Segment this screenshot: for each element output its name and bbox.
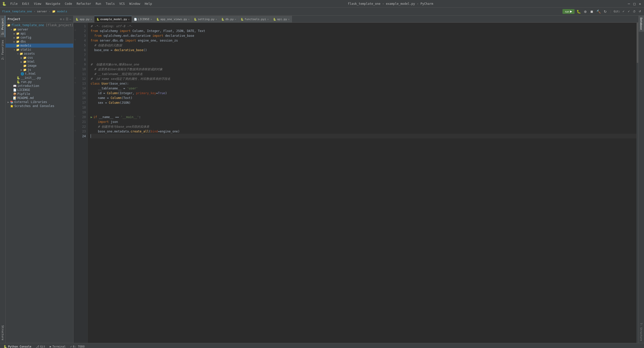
tree-scratches[interactable]: ⭐ Scratches and Consoles <box>6 104 73 108</box>
run-py-icon: 🐍 <box>17 80 20 84</box>
breadcrumb-project[interactable]: flask_template_one <box>2 10 32 13</box>
code-editor[interactable]: ◁ ◁ ◁ ◁ ◁ ▷ ◁ <box>73 23 638 343</box>
code-content[interactable]: # -*- coding: utf-8 -*- from sqlalchemy … <box>88 23 636 343</box>
sort-icon[interactable]: ↕ <box>63 17 65 21</box>
menu-file[interactable]: File <box>8 2 20 6</box>
tree-assets[interactable]: ▾ 📁 assets <box>6 52 73 56</box>
tree-js[interactable]: ▶ 📁 js <box>6 68 73 72</box>
gutter-20[interactable]: ▷ <box>73 114 77 118</box>
sidebar-item-favorites[interactable]: 2: Favorites <box>0 37 5 62</box>
gear-icon[interactable]: ☰ <box>66 17 68 21</box>
tree-external-libs[interactable]: ▶ 📚 External Libraries <box>6 100 73 104</box>
tree-root-label: flask_template_one [flask_project] 已配置 <box>11 23 73 27</box>
js-folder-icon: 📁 <box>23 68 27 72</box>
tree-t-html[interactable]: 🌐 t.html <box>6 72 73 76</box>
minimize-button[interactable]: ─ <box>627 2 631 6</box>
tree-root[interactable]: ▾ 📁 flask_template_one [flask_project] 已… <box>6 23 73 27</box>
menu-tools[interactable]: Tools <box>104 2 117 6</box>
tab-api[interactable]: 🐍 api.py ✕ <box>271 16 292 22</box>
tab-example-model-py[interactable]: 🐍 example_model.py ✕ <box>94 16 132 22</box>
git-history-button[interactable]: ⏱ <box>632 10 637 14</box>
tab-functools-close[interactable]: ✕ <box>267 18 269 21</box>
editor-scrollbar[interactable] <box>636 23 638 343</box>
bottom-tab-todo[interactable]: ✓ 6: TODO <box>68 344 87 348</box>
breadcrumb-models[interactable]: 📁 models <box>52 10 67 13</box>
tree-server[interactable]: ▾ 📁 server <box>6 27 73 31</box>
tree-t-html-label: t.html <box>25 72 36 76</box>
gutter-4[interactable]: ◁ <box>73 37 77 42</box>
tab-views-close[interactable]: ✕ <box>188 18 190 21</box>
sidebar-item-project[interactable]: 1: Project <box>0 16 5 37</box>
menu-view[interactable]: View <box>32 2 43 6</box>
menu-navigate[interactable]: Navigate <box>44 2 62 6</box>
tree-models[interactable]: 📁 models <box>6 44 73 48</box>
bottom-tab-terminal[interactable]: ▶ Terminal <box>48 344 68 348</box>
tab-setting[interactable]: 🐍 setting.py ✕ <box>192 16 219 22</box>
bottom-tab-python-console[interactable]: 🐍 Python Console <box>2 344 33 348</box>
tab-app-views[interactable]: 🐍 app_one_views.py ✕ <box>154 16 192 22</box>
tree-image[interactable]: 📁 image <box>6 64 73 68</box>
tab-license[interactable]: 📄 LICENSE ✕ <box>132 16 154 22</box>
tree-introduction[interactable]: 📖 introduction <box>6 84 73 88</box>
line16-args: (Text) <box>122 96 132 100</box>
tab-db[interactable]: 🐍 db.py ✕ <box>219 16 238 22</box>
breadcrumb-server[interactable]: server <box>37 10 47 13</box>
tab-setting-close[interactable]: ✕ <box>215 18 217 21</box>
git-update-button[interactable]: ✓ <box>621 9 626 14</box>
debug-button[interactable]: 🐛 <box>576 9 582 14</box>
tab-functools[interactable]: 🐍 functools.pyi ✕ <box>239 16 271 22</box>
tree-pipfile[interactable]: 📦 Pipfile <box>6 92 73 96</box>
gutter-23[interactable]: ◁ <box>73 128 77 133</box>
menu-vcs[interactable]: VCS <box>117 2 127 6</box>
tree-api[interactable]: ▶ 📁 api <box>6 31 73 36</box>
tree-html[interactable]: ▶ 📁 html <box>6 60 73 64</box>
git-push-button[interactable]: ✓ <box>627 9 631 14</box>
sidebar-item-7-structure[interactable]: 7: Structure <box>639 321 644 343</box>
tab-example-close[interactable]: ✕ <box>128 18 130 21</box>
menu-refactor[interactable]: Refactor <box>74 2 93 6</box>
tree-init-py[interactable]: 🐍 __init__.py <box>6 76 73 80</box>
line-num-7: 7 <box>77 52 87 57</box>
run-button[interactable]: run ▶ <box>562 9 575 14</box>
tree-css[interactable]: ▶ 📁 css <box>6 56 73 60</box>
bottom-tab-git[interactable]: ⎇ Git <box>34 344 47 348</box>
git-tab-label: Git <box>40 345 45 348</box>
sidebar-item-structure[interactable]: Structure <box>0 323 5 343</box>
stop-button[interactable]: ⏹ <box>589 9 594 14</box>
reload-button[interactable]: ↻ <box>603 9 608 14</box>
tree-static[interactable]: ▾ 📁 static <box>6 48 73 52</box>
gutter-2[interactable]: ◁ <box>73 27 77 32</box>
license-tab-icon: 📄 <box>134 18 137 21</box>
tab-api-close[interactable]: ✕ <box>288 18 289 21</box>
run-marker-icon[interactable]: ▶ <box>91 115 92 119</box>
git-revert-button[interactable]: ↺ <box>638 9 642 14</box>
run-with-coverage-button[interactable]: ⊕ <box>583 9 588 14</box>
sidebar-item-database[interactable]: Database <box>639 16 644 32</box>
build-button[interactable]: 🔨 <box>595 9 602 14</box>
tree-dbs[interactable]: ▶ 📁 dbs <box>6 40 73 44</box>
tab-app-py-close[interactable]: ✕ <box>91 18 92 21</box>
tree-readme[interactable]: 📝 README.md <box>6 96 73 100</box>
menu-help[interactable]: Help <box>143 2 154 6</box>
minimize-panel-icon[interactable]: — <box>69 17 71 21</box>
menu-run[interactable]: Run <box>94 2 103 6</box>
tab-db-close[interactable]: ✕ <box>235 18 236 21</box>
tab-app-py[interactable]: 🐍 app.py ✕ <box>73 16 94 22</box>
tab-license-close[interactable]: ✕ <box>150 18 152 21</box>
gutter-13[interactable]: ◁ <box>73 80 77 85</box>
tree-server-arrow: ▾ <box>10 28 13 31</box>
tree-config[interactable]: ▶ 📁 config <box>6 36 73 40</box>
tree-license[interactable]: 📄 LICENSE <box>6 88 73 92</box>
maximize-button[interactable]: □ <box>632 2 636 6</box>
code-line-22: # 创建所有与base_one关联的实体表 <box>91 124 636 129</box>
scrollbar-thumb[interactable] <box>637 23 638 63</box>
line13-baseone: base_one <box>111 81 125 86</box>
settings-icon[interactable]: ⚙ <box>60 17 62 21</box>
close-button[interactable]: ✕ <box>638 2 642 6</box>
menu-code[interactable]: Code <box>63 2 74 6</box>
tree-run-py[interactable]: 🐍 run.py <box>6 80 73 84</box>
gutter-12[interactable]: ◁ <box>73 75 77 80</box>
menu-window[interactable]: Window <box>127 2 142 6</box>
menu-edit[interactable]: Edit <box>20 2 31 6</box>
gutter-9[interactable]: ◁ <box>73 61 77 66</box>
